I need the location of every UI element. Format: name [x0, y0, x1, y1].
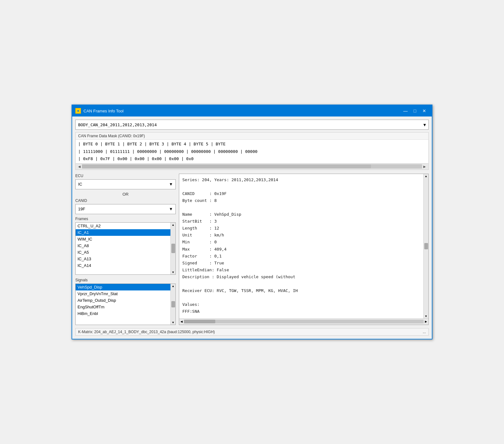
scrollbar-track[interactable] [82, 164, 422, 169]
scroll-right-icon[interactable]: ▶ [422, 165, 427, 168]
data-mask-scrollbar[interactable]: ◀ ▶ [76, 163, 428, 170]
canid-label: CANID [75, 198, 176, 203]
data-mask-row-hex: | 0xF8 | 0x7F | 0x00 | 0x00 | 0x00 | 0x0… [78, 155, 426, 162]
signals-scroll-thumb[interactable] [171, 301, 175, 307]
database-dropdown-value: BODY_CAN_204_2011,2012,2013,2014 [78, 122, 157, 127]
frames-list-item[interactable]: CTRL_U_A2 [76, 223, 170, 229]
data-mask-header: CAN Frame Data Mask (CANID: 0x19F) [76, 133, 428, 140]
frames-label: Frames [75, 217, 176, 221]
main-window: ■ CAN Frames Info Tool — □ ✕ BODY_CAN_20… [72, 105, 432, 339]
info-hscroll-thumb[interactable] [184, 320, 215, 323]
minimize-button[interactable]: — [401, 107, 410, 115]
data-mask-row-binary: | 11111000 | 01111111 | 00000000 | 00000… [78, 148, 426, 155]
frames-scroll-down-icon[interactable]: ▼ [172, 271, 174, 274]
ecu-section: ECU IC ▼ [75, 174, 176, 189]
info-scroll-up-icon[interactable]: ▲ [425, 175, 427, 178]
status-bar: K-Matrix: 204_ab_AEJ_14_1_BODY_dbc_2013_… [75, 328, 429, 336]
signals-list-item[interactable]: HiBm_Enbl [76, 310, 170, 317]
right-panel-wrapper: Series: 204, Years: 2011,2012,2013,2014 … [179, 174, 429, 325]
frames-listbox-container: CTRL_U_A2IC_A1WIM_ICIC_A8IC_A5IC_A13IC_A… [75, 222, 176, 275]
signals-section: Signals VehSpd_DispVprzr_DryVnTmr_StatAi… [75, 278, 176, 325]
frames-list-item[interactable]: IC_A8 [76, 242, 170, 249]
frames-list-item[interactable]: IC_A13 [76, 256, 170, 262]
info-hscroll-track[interactable] [184, 320, 424, 323]
info-scroll-down-icon[interactable]: ▼ [425, 315, 427, 318]
ecu-label: ECU [75, 174, 176, 178]
maximize-button[interactable]: □ [410, 107, 419, 115]
signals-list-item[interactable]: VehSpd_Disp [76, 284, 170, 290]
info-display: Series: 204, Years: 2011,2012,2013,2014 … [179, 174, 423, 318]
info-scroll-thumb[interactable] [424, 243, 428, 249]
signals-scrollbar[interactable]: ▲ ▼ [170, 284, 175, 325]
database-dropdown[interactable]: BODY_CAN_204_2011,2012,2013,2014 ▼ [75, 120, 429, 130]
close-button[interactable]: ✕ [420, 107, 429, 115]
or-label: OR [75, 192, 176, 197]
canid-dropdown-value: 19F [78, 207, 85, 211]
window-title: CAN Frames Info Tool [83, 109, 401, 113]
frames-scroll-thumb[interactable] [171, 244, 175, 253]
signals-list-item[interactable]: AirTemp_Outsd_Disp [76, 297, 170, 304]
frames-list-item[interactable]: IC_A14 [76, 262, 170, 269]
data-mask-section: CAN Frame Data Mask (CANID: 0x19F) | BYT… [75, 132, 429, 170]
main-content: ECU IC ▼ OR CANID 19F ▼ [75, 174, 429, 325]
info-hscrollbar[interactable]: ◀ ▶ [179, 318, 428, 325]
window-controls: — □ ✕ [401, 107, 429, 115]
info-vscrollbar[interactable]: ▲ ▼ [423, 174, 428, 318]
data-mask-table: | BYTE 0 | BYTE 1 | BYTE 2 | BYTE 3 | BY… [76, 140, 428, 163]
canid-section: CANID 19F ▼ [75, 198, 176, 214]
data-mask-row-header: | BYTE 0 | BYTE 1 | BYTE 2 | BYTE 3 | BY… [78, 140, 426, 148]
ecu-dropdown-arrow-icon: ▼ [169, 182, 173, 187]
frames-list-item[interactable]: WIM_IC [76, 236, 170, 242]
title-bar: ■ CAN Frames Info Tool — □ ✕ [72, 105, 432, 116]
status-text: K-Matrix: 204_ab_AEJ_14_1_BODY_dbc_2013_… [78, 330, 215, 334]
frames-listbox[interactable]: CTRL_U_A2IC_A1WIM_ICIC_A8IC_A5IC_A13IC_A… [76, 223, 170, 274]
frames-scrollbar[interactable]: ▲ ▼ [170, 223, 175, 274]
left-panel: ECU IC ▼ OR CANID 19F ▼ [75, 174, 176, 325]
signals-list-item[interactable]: EngShutOffTm [76, 304, 170, 310]
right-panel-inner: Series: 204, Years: 2011,2012,2013,2014 … [179, 174, 428, 318]
info-hscroll-left-icon[interactable]: ◀ [180, 320, 183, 323]
ecu-dropdown-value: IC [78, 182, 82, 187]
signals-listbox[interactable]: VehSpd_DispVprzr_DryVnTmr_StatAirTemp_Ou… [76, 284, 170, 325]
signals-list-item[interactable]: Vprzr_DryVnTmr_Stat [76, 290, 170, 297]
ecu-dropdown[interactable]: IC ▼ [75, 179, 176, 189]
frames-scroll-up-icon[interactable]: ▲ [172, 223, 174, 226]
app-icon: ■ [75, 108, 81, 114]
scroll-left-icon[interactable]: ◀ [77, 165, 82, 168]
dropdown-arrow-icon: ▼ [423, 122, 426, 127]
signals-listbox-container: VehSpd_DispVprzr_DryVnTmr_StatAirTemp_Ou… [75, 284, 176, 325]
frames-list-item[interactable]: IC_A1 [76, 229, 170, 236]
canid-dropdown-arrow-icon: ▼ [169, 207, 173, 211]
info-hscroll-right-icon[interactable]: ▶ [425, 320, 427, 323]
scrollbar-thumb[interactable] [82, 165, 371, 168]
signals-scroll-down-icon[interactable]: ▼ [172, 321, 174, 324]
frames-list-item[interactable]: IC_A5 [76, 249, 170, 256]
signals-scroll-up-icon[interactable]: ▲ [172, 284, 174, 288]
status-dots: ... [423, 330, 426, 334]
frames-section: Frames CTRL_U_A2IC_A1WIM_ICIC_A8IC_A5IC_… [75, 217, 176, 275]
window-content: BODY_CAN_204_2011,2012,2013,2014 ▼ CAN F… [72, 116, 432, 338]
signals-label: Signals [75, 278, 176, 282]
canid-dropdown[interactable]: 19F ▼ [75, 204, 176, 214]
